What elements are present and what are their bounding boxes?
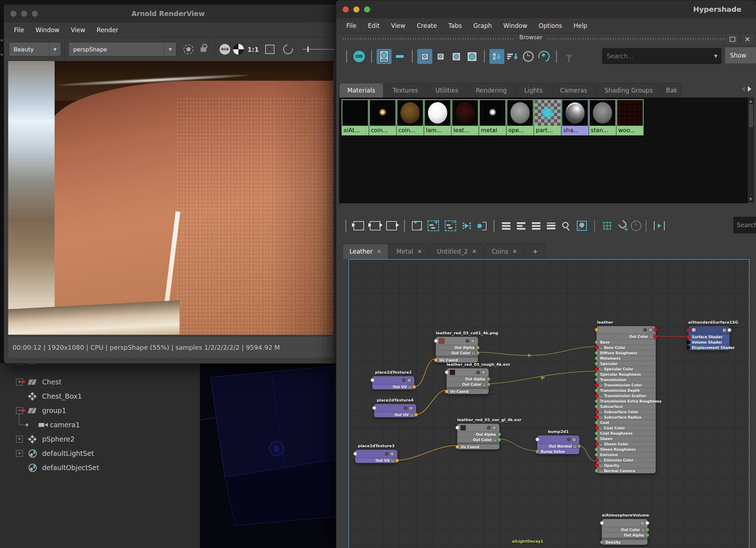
output-connections-icon[interactable]	[386, 221, 397, 230]
tab-materials[interactable]: Materials	[339, 83, 383, 98]
outliner-item-pSphere2[interactable]: +pSphere2	[0, 432, 200, 446]
add-selected-to-graph-icon[interactable]: ＋	[428, 220, 439, 231]
port-dot-orange[interactable]	[395, 459, 399, 463]
port-dot-green[interactable]	[595, 432, 599, 435]
port-dot-red[interactable]	[595, 367, 599, 371]
port-dot-red[interactable]	[654, 328, 657, 332]
browser-search-field[interactable]: ▼	[602, 48, 721, 64]
port-dot-green[interactable]	[487, 377, 490, 381]
port-dot-black[interactable]	[686, 340, 690, 344]
port-dot-red[interactable]	[686, 328, 690, 332]
menu-options[interactable]: Options	[533, 22, 568, 29]
expand-port-icon[interactable]: +	[599, 410, 603, 414]
sort-by-time-icon[interactable]	[521, 49, 536, 64]
node-bump1[interactable]: bump2d1Out Normal+Bump Value	[537, 435, 579, 454]
port-dot-white[interactable]	[434, 339, 438, 343]
expand-port-icon[interactable]: +	[599, 464, 603, 468]
float-panel-button[interactable]	[726, 33, 739, 45]
port-dot-white[interactable]	[535, 438, 539, 442]
node-p2d2[interactable]: place2dTexture2Out UV+	[372, 376, 414, 389]
expand-port-icon[interactable]: +	[482, 383, 486, 387]
large-swatch-view-icon[interactable]	[449, 49, 464, 64]
port-dot-red[interactable]	[595, 442, 599, 446]
connection-history-icon[interactable]	[631, 220, 641, 231]
graph-tab-leather[interactable]: Leather✕	[343, 244, 388, 259]
outliner-item-defaultObjectSet[interactable]: defaultObjectSet	[0, 461, 200, 474]
port-dot-green[interactable]	[595, 469, 599, 473]
scroll-down-icon[interactable]: ▼	[749, 197, 752, 201]
sort-alphabetical-icon[interactable]: AZ	[489, 49, 504, 64]
tab-bak[interactable]: Bak	[662, 83, 681, 98]
material-swatch-5[interactable]: metal	[479, 99, 506, 135]
expand-toggle[interactable]: +	[16, 436, 23, 443]
slider-knob[interactable]	[307, 46, 309, 52]
toolbar-grip[interactable]	[493, 219, 495, 233]
expand-port-icon[interactable]: +	[573, 444, 577, 448]
toolbar-grip[interactable]	[346, 50, 348, 63]
port-dot-white[interactable]	[645, 521, 649, 525]
swatch-scrollbar[interactable]: ▲ ▼	[747, 98, 754, 203]
port-dot-green[interactable]	[645, 528, 649, 532]
tab-lights[interactable]: Lights	[516, 83, 551, 98]
zoom-to-fit-icon[interactable]	[562, 221, 570, 230]
material-swatch-0[interactable]: aiAt...	[342, 99, 369, 135]
tab-rendering[interactable]: Rendering	[468, 83, 515, 98]
menu-file[interactable]: File	[8, 26, 30, 34]
tab-utilities[interactable]: Utilities	[427, 83, 467, 98]
filter-icon[interactable]	[561, 49, 576, 64]
port-dot-green[interactable]	[600, 540, 604, 544]
perspective-viewport[interactable]	[200, 363, 336, 548]
clear-graph-icon[interactable]	[412, 221, 422, 230]
expand-port-icon[interactable]: +	[493, 438, 497, 442]
close-button[interactable]	[10, 11, 16, 17]
menu-tabs[interactable]: Tabs	[443, 22, 468, 29]
input-output-connections-icon[interactable]	[370, 221, 380, 230]
port-dot-green[interactable]	[595, 448, 599, 452]
new-tab-button[interactable]: +	[525, 244, 545, 259]
material-swatch-6[interactable]: ope...	[506, 99, 534, 135]
port-dot-red[interactable]	[595, 394, 599, 398]
rgb-channel-icon[interactable]: RGB	[220, 44, 230, 55]
expand-port-icon[interactable]: +	[599, 367, 603, 371]
graph-tab-coins[interactable]: Coins✕	[485, 244, 524, 259]
port-dot-green[interactable]	[595, 357, 599, 360]
material-swatch-2[interactable]: coin...	[397, 99, 424, 135]
port-dot-green[interactable]	[595, 421, 599, 425]
port-dot-white[interactable]	[372, 406, 376, 410]
scroll-tabs-right-icon[interactable]	[748, 86, 751, 92]
toolbar-grip[interactable]	[345, 219, 347, 233]
toggle-grid-icon[interactable]	[603, 221, 611, 230]
scroll-tabs-left-icon[interactable]	[741, 86, 745, 92]
expand-port-icon[interactable]: +	[391, 459, 395, 463]
menu-help[interactable]: Help	[568, 22, 593, 29]
render-swatches-icon[interactable]	[577, 221, 587, 231]
material-swatch-4[interactable]: leat...	[452, 99, 479, 135]
arnold-titlebar[interactable]: Arnold RenderView	[4, 5, 338, 23]
show-button[interactable]: Show	[725, 47, 756, 64]
port-dot-white[interactable]	[455, 426, 459, 430]
port-dot-red[interactable]	[595, 464, 599, 468]
material-swatch-9[interactable]: stan...	[589, 99, 616, 135]
zoom-button[interactable]	[32, 11, 38, 17]
port-dot-red[interactable]	[595, 346, 599, 350]
port-dot-green[interactable]	[595, 437, 599, 441]
display-custom-attributes-icon[interactable]	[547, 223, 555, 229]
close-button[interactable]	[343, 6, 349, 13]
close-tab-icon[interactable]: ✕	[377, 248, 382, 255]
expand-port-icon[interactable]: +	[649, 335, 653, 339]
port-dot-green[interactable]	[476, 346, 480, 350]
port-dot-red[interactable]	[654, 335, 657, 339]
display-on-toggle-icon[interactable]: ON	[352, 49, 367, 64]
port-dot-green[interactable]	[595, 362, 599, 366]
expand-port-icon[interactable]: +	[641, 528, 645, 532]
list-view-icon[interactable]	[392, 49, 407, 64]
expand-port-icon[interactable]: +	[599, 415, 603, 419]
node-file-nor[interactable]: leather_red_03_nor_gl_4k.exrOut AlphaOut…	[457, 424, 499, 449]
port-dot-red[interactable]	[595, 383, 599, 387]
expand-toggle[interactable]: +	[16, 450, 23, 457]
sort-by-type-icon[interactable]	[505, 49, 520, 64]
editor-search-field[interactable]: Search	[734, 217, 756, 233]
menu-view[interactable]: View	[385, 22, 411, 29]
port-dot-green[interactable]	[595, 351, 599, 355]
outliner-item-camera1[interactable]: camera1	[0, 418, 200, 432]
